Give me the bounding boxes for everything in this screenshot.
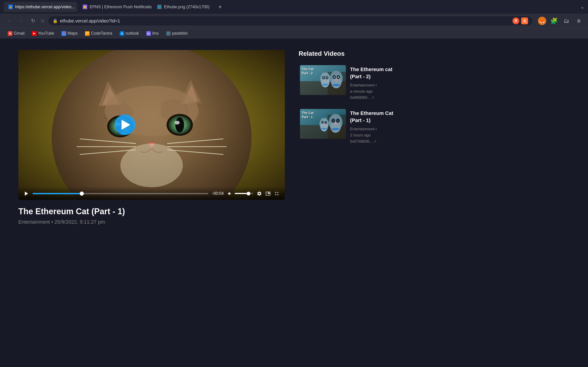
related-thumb-2: The Cat Part - 1	[300, 109, 346, 139]
video-date: 25/9/2022, 9:11:27 pm	[54, 219, 105, 225]
bookmark-pastebin[interactable]: 🌐 pastebin	[163, 30, 191, 37]
svg-point-33	[324, 80, 326, 81]
thumb-bg-2: The Cat Part - 1	[300, 109, 346, 139]
thumb-bg-1: The Cat Part - 2	[300, 65, 346, 95]
address-text: ethube.vercel.app/video?id=1	[60, 18, 510, 24]
svg-point-60	[333, 120, 334, 121]
bookmark-codetantra[interactable]: CT CodeTantra	[82, 30, 115, 37]
back-button[interactable]: ‹	[5, 16, 14, 25]
volume-bar[interactable]	[235, 193, 253, 194]
nav-bar: ‹ › ↻ ☆ 🔒 ethube.vercel.app/video?id=1 B…	[0, 14, 588, 28]
bookmark-outlook-label: outlook	[126, 31, 139, 36]
related-time-2: 2 hours ago	[350, 133, 371, 137]
outlook-favicon: ⊞	[120, 31, 124, 36]
video-thumbnail	[18, 50, 285, 200]
page-content: -00:04	[0, 39, 588, 367]
video-meta: Entertainment • 25/9/2022, 9:11:27 pm	[18, 219, 285, 225]
tab-favicon-2: 🔔	[83, 5, 87, 9]
volume-handle[interactable]	[247, 192, 250, 195]
video-player[interactable]: -00:04	[18, 50, 285, 200]
related-category-1: Entertainment	[350, 83, 374, 87]
tab-2[interactable]: 🔔 EPNS | Ethereum Push Notification	[78, 2, 152, 12]
thumb-label-2: The Cat Part - 1	[302, 111, 313, 119]
address-bar-right: B ⚠	[512, 17, 528, 24]
fullscreen-button[interactable]	[274, 191, 279, 196]
related-time-1: a minute ago	[350, 89, 372, 94]
tab-bar: 🔒 https://ethube.vercel.app/video... ✕ 🔔…	[0, 0, 588, 14]
gmail-favicon: M	[8, 31, 12, 36]
bookmark-outlook[interactable]: ⊞ outlook	[116, 30, 142, 37]
volume-container	[227, 191, 253, 196]
extensions-icon[interactable]: 🧩	[549, 16, 559, 25]
svg-point-62	[334, 123, 337, 125]
svg-point-41	[335, 79, 338, 81]
pastebin-favicon: 🌐	[166, 31, 171, 36]
cat-svg	[18, 50, 285, 200]
video-info: The Ethereum Cat (Part - 1) Entertainmen…	[18, 200, 285, 230]
video-category: Entertainment	[18, 219, 50, 225]
maps-favicon: 📍	[61, 31, 66, 36]
play-pause-button[interactable]	[24, 191, 29, 196]
related-check-2: ✓	[374, 139, 377, 144]
forward-button[interactable]: ›	[17, 16, 26, 25]
svg-point-42	[332, 84, 340, 86]
new-tab-button[interactable]: +	[215, 2, 225, 12]
related-category-2: Entertainment	[350, 127, 374, 131]
related-item-1[interactable]: The Cat Part - 2 The Ethereum cat (Part …	[299, 64, 404, 103]
tab-favicon-3: 🌐	[157, 5, 162, 9]
volume-button[interactable]	[227, 191, 233, 196]
svg-point-13	[175, 117, 184, 132]
progress-bar[interactable]	[33, 193, 208, 194]
svg-marker-23	[25, 192, 28, 196]
related-thumb-1: The Cat Part - 2	[300, 65, 346, 95]
video-title: The Ethereum Cat (Part - 1)	[18, 207, 285, 216]
related-video-meta-2: Entertainment • 2 hours ago 0x0746836...…	[350, 126, 403, 145]
browser-chrome: 🔒 https://ethube.vercel.app/video... ✕ 🔔…	[0, 0, 588, 39]
related-section: Related Videos	[299, 50, 404, 356]
play-button[interactable]	[115, 115, 135, 135]
bookmark-lms[interactable]: in lms	[143, 30, 162, 37]
svg-point-22	[120, 144, 183, 187]
related-info-2: The Ethereum Cat (Part - 1) Entertainmen…	[350, 109, 403, 145]
reload-button[interactable]: ↻	[28, 16, 38, 25]
tab-active[interactable]: 🔒 https://ethube.vercel.app/video... ✕	[4, 2, 77, 12]
svg-point-75	[321, 128, 327, 130]
tab-3[interactable]: 🌐 Ethube.png (2740x1700)	[153, 2, 214, 12]
picture-in-picture-button[interactable]	[266, 191, 271, 196]
tab-menu-button[interactable]: ⌄	[580, 4, 584, 10]
svg-point-73	[325, 122, 326, 123]
svg-point-72	[322, 122, 323, 123]
video-meta-separator: •	[51, 219, 54, 225]
tab-favicon-1: 🔒	[8, 5, 13, 9]
bookmark-youtube[interactable]: ▶ YouTube	[29, 30, 57, 37]
progress-handle[interactable]	[80, 192, 84, 196]
brave-wallet-icon[interactable]: 🗂	[562, 16, 571, 25]
svg-point-48	[326, 77, 328, 78]
nav-right: 🦊 🧩 🗂 ≡	[538, 16, 583, 25]
bookmark-lms-label: lms	[152, 31, 159, 36]
bookmark-codetantra-label: CodeTantra	[91, 31, 112, 36]
svg-point-63	[331, 128, 340, 130]
related-address-2: 0x0746836...	[350, 139, 372, 144]
browser-menu-button[interactable]: ≡	[574, 16, 583, 25]
bookmark-star-button[interactable]: ☆	[40, 18, 45, 24]
svg-point-34	[322, 84, 329, 85]
address-bar[interactable]: 🔒 ethube.vercel.app/video?id=1 B ⚠	[48, 16, 533, 26]
metamask-icon[interactable]: 🦊	[538, 17, 546, 25]
tab-label-1: https://ethube.vercel.app/video...	[15, 5, 75, 9]
svg-point-36	[331, 76, 341, 88]
bookmark-gmail[interactable]: M Gmail	[5, 30, 28, 37]
svg-point-50	[338, 76, 339, 78]
svg-point-61	[337, 120, 338, 121]
bookmark-maps[interactable]: 📍 Maps	[58, 30, 81, 37]
bookmark-pastebin-label: pastebin	[172, 31, 188, 36]
brave-shield-icon[interactable]: B	[512, 17, 519, 24]
settings-button[interactable]	[257, 191, 262, 196]
related-sep-2: •	[376, 127, 377, 131]
codetantra-favicon: CT	[85, 31, 90, 36]
related-item-2[interactable]: The Cat Part - 1 The Ethereum Cat (Part …	[299, 108, 404, 147]
video-controls: -00:04	[18, 186, 285, 200]
bookmark-maps-label: Maps	[68, 31, 78, 36]
related-check-1: ✓	[372, 95, 375, 100]
warning-icon[interactable]: ⚠	[521, 17, 528, 24]
